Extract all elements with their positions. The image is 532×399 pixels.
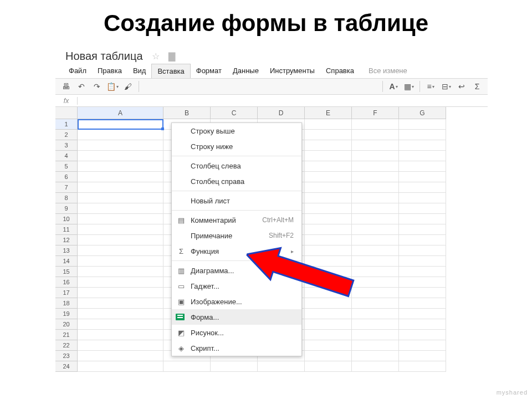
row-head[interactable]: 19 [55, 309, 78, 319]
cell[interactable] [352, 119, 399, 130]
cell[interactable] [399, 245, 446, 256]
row-head[interactable]: 22 [55, 340, 78, 351]
cell[interactable] [399, 319, 446, 330]
cell[interactable] [399, 119, 446, 130]
cell[interactable] [352, 235, 399, 245]
cell[interactable] [352, 288, 399, 298]
cell[interactable] [305, 151, 352, 161]
row-head[interactable]: 13 [55, 245, 78, 256]
row-head[interactable]: 10 [55, 214, 78, 224]
document-title[interactable]: Новая таблица [65, 50, 143, 63]
dd-image[interactable]: ▣ Изображение... [172, 294, 301, 309]
cell[interactable] [399, 172, 446, 182]
cell[interactable] [78, 319, 163, 330]
cell[interactable] [352, 267, 399, 277]
cell[interactable] [399, 140, 446, 151]
cell[interactable] [78, 130, 163, 140]
row-head[interactable]: 17 [55, 288, 78, 298]
dd-comment[interactable]: ▤ Комментарий Ctrl+Alt+M [172, 212, 301, 228]
cell[interactable] [78, 203, 163, 214]
cell[interactable] [305, 351, 352, 361]
cell[interactable] [305, 235, 352, 245]
paste-icon[interactable]: 📋▾ [105, 80, 120, 93]
cell[interactable] [352, 151, 399, 161]
dd-col-left[interactable]: Столбец слева [172, 158, 301, 173]
cell[interactable] [352, 256, 399, 267]
row-head[interactable]: 15 [55, 267, 78, 277]
row-head[interactable]: 14 [55, 256, 78, 267]
cell[interactable] [352, 277, 399, 288]
col-head-d[interactable]: D [258, 107, 305, 119]
row-head[interactable]: 18 [55, 298, 78, 309]
cell[interactable] [352, 309, 399, 319]
row-head[interactable]: 12 [55, 235, 78, 245]
cell[interactable] [305, 119, 352, 130]
dd-script[interactable]: ◈ Скрипт... [172, 340, 301, 356]
cell[interactable] [399, 267, 446, 277]
cell[interactable] [305, 224, 352, 235]
cell[interactable] [78, 182, 163, 193]
cell[interactable] [305, 203, 352, 214]
row-head[interactable]: 24 [55, 361, 78, 372]
cell[interactable] [305, 245, 352, 256]
cell[interactable] [78, 340, 163, 351]
cell[interactable] [78, 267, 163, 277]
cell[interactable] [78, 172, 163, 182]
cell[interactable] [352, 203, 399, 214]
cell[interactable] [399, 161, 446, 172]
cell[interactable] [78, 361, 163, 372]
cell[interactable] [78, 351, 163, 361]
cell[interactable] [399, 224, 446, 235]
cell[interactable] [352, 161, 399, 172]
cell[interactable] [352, 140, 399, 151]
row-head[interactable]: 4 [55, 151, 78, 161]
dd-row-above[interactable]: Строку выше [172, 123, 301, 139]
menu-edit[interactable]: Правка [92, 64, 127, 78]
cell[interactable] [352, 214, 399, 224]
cell[interactable] [305, 172, 352, 182]
cell[interactable] [211, 361, 258, 372]
cell[interactable] [399, 351, 446, 361]
row-head[interactable]: 3 [55, 140, 78, 151]
undo-icon[interactable]: ↶ [74, 80, 89, 93]
cell[interactable] [305, 130, 352, 140]
redo-icon[interactable]: ↷ [90, 80, 104, 93]
cell[interactable] [305, 361, 352, 372]
row-head[interactable]: 6 [55, 172, 78, 182]
cell[interactable] [399, 235, 446, 245]
cell[interactable] [78, 161, 163, 172]
cell[interactable] [352, 172, 399, 182]
cell[interactable] [399, 330, 446, 340]
cell[interactable] [78, 256, 163, 267]
print-icon[interactable]: 🖶 [59, 80, 73, 93]
cell[interactable] [78, 288, 163, 298]
paint-format-icon[interactable]: 🖌 [121, 80, 135, 93]
borders-icon[interactable]: ▦▾ [402, 80, 416, 93]
row-head[interactable]: 21 [55, 330, 78, 340]
cell[interactable] [305, 182, 352, 193]
cell[interactable] [352, 298, 399, 309]
cell[interactable] [352, 361, 399, 372]
cell[interactable] [399, 130, 446, 140]
menu-view[interactable]: Вид [127, 64, 152, 78]
dd-note[interactable]: Примечание Shift+F2 [172, 228, 301, 243]
cell[interactable] [399, 288, 446, 298]
dd-drawing[interactable]: ◩ Рисунок... [172, 325, 301, 340]
cell[interactable] [305, 193, 352, 203]
cell[interactable] [352, 193, 399, 203]
cell[interactable] [305, 140, 352, 151]
cell[interactable] [399, 203, 446, 214]
text-color-icon[interactable]: A▾ [386, 80, 401, 93]
cell[interactable] [78, 193, 163, 203]
wrap-icon[interactable]: ↩ [454, 80, 469, 93]
cell[interactable] [78, 151, 163, 161]
cell[interactable] [352, 130, 399, 140]
row-head[interactable]: 9 [55, 203, 78, 214]
row-head[interactable]: 16 [55, 277, 78, 288]
cell[interactable] [258, 361, 305, 372]
menu-format[interactable]: Формат [191, 64, 227, 78]
row-head[interactable]: 7 [55, 182, 78, 193]
row-head[interactable]: 11 [55, 224, 78, 235]
menu-insert[interactable]: Вставка [151, 64, 190, 78]
valign-icon[interactable]: ⊟▾ [439, 80, 453, 93]
